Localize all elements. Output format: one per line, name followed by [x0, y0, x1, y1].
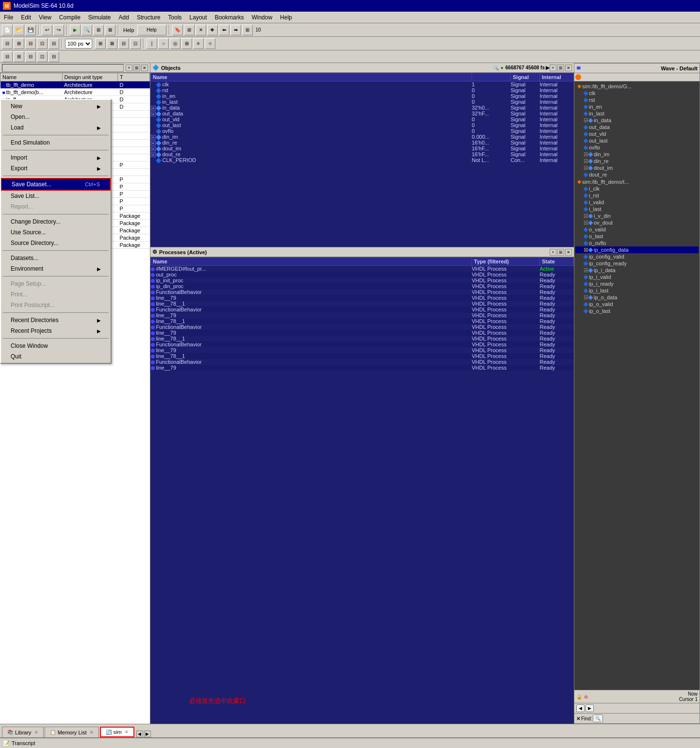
toolbar3-b3[interactable]: ⊟	[25, 51, 36, 62]
toolbar2-b2[interactable]: ⊞	[14, 38, 24, 49]
find-icon[interactable]: 🔍	[593, 715, 603, 722]
objects-row[interactable]: ovflo 0 Signal Internal	[151, 128, 574, 134]
menu-save-dataset[interactable]: Save Dataset... Ctrl+S	[1, 178, 111, 191]
menu-environment[interactable]: Environment ▶	[1, 263, 111, 274]
menu-compile[interactable]: Compile	[55, 13, 84, 22]
wave-item[interactable]: o_ovflo	[575, 240, 699, 246]
processes-row[interactable]: FunctionalBehavior VHDL Process Ready	[151, 307, 574, 312]
wave-item[interactable]: dout_re	[575, 171, 699, 178]
toolbar-open[interactable]: 📂	[14, 25, 24, 35]
wave-item[interactable]: out_data	[575, 124, 699, 130]
toolbar2-c6[interactable]: ⊹	[205, 38, 215, 49]
wave-item[interactable]: +ov_dout	[575, 219, 699, 226]
toolbar-find[interactable]: 🔍	[81, 25, 92, 35]
wave-item[interactable]: in_last	[575, 110, 699, 117]
wave-item[interactable]: rst	[575, 97, 699, 103]
wave-item[interactable]: out_last	[575, 137, 699, 144]
toolbar3-b4[interactable]: ⊡	[37, 51, 48, 62]
wave-item[interactable]: i_valid	[575, 199, 699, 206]
objects-nav-icon[interactable]: ▶	[546, 65, 550, 70]
tab-memory-list[interactable]: 📋 Memory List ✕	[45, 727, 99, 737]
menu-window[interactable]: Window	[248, 13, 277, 22]
toolbar-b8[interactable]: ➡	[230, 25, 241, 35]
wave-item[interactable]: +dout_im	[575, 164, 699, 171]
toolbar2-b4[interactable]: ⊡	[37, 38, 48, 49]
processes-row[interactable]: line__79 VHDL Process Ready	[151, 347, 574, 353]
tab-library-close[interactable]: ✕	[34, 730, 38, 735]
toolbar3-b1[interactable]: ⊟	[2, 51, 13, 62]
processes-row[interactable]: out_proc VHDL Process Ready	[151, 272, 574, 277]
tab-memory-close[interactable]: ✕	[90, 730, 94, 735]
processes-expand-btn[interactable]: ⊞	[557, 249, 564, 256]
tab-prev-btn[interactable]: ◀	[136, 731, 143, 737]
toolbar-help[interactable]: Help	[137, 25, 166, 35]
processes-row[interactable]: ip_din_proc VHDL Process Ready	[151, 283, 574, 289]
toolbar-new[interactable]: 📄	[2, 25, 13, 35]
library-row[interactable]: ■tb_fft_demo Architecture D	[0, 81, 150, 89]
processes-row[interactable]: ip_init_proc VHDL Process Ready	[151, 277, 574, 283]
wave-item[interactable]: +ip_i_data	[575, 267, 699, 274]
time-select[interactable]: 100 ps 1 ns 10 ns	[65, 39, 92, 49]
wave-item[interactable]: ◆sim:/tb_fft_demo/G...	[575, 82, 699, 90]
library-add-btn[interactable]: +	[126, 65, 132, 71]
wave-btn-3[interactable]: ⊟	[118, 38, 129, 49]
menu-recent-projects[interactable]: Recent Projects ▶	[1, 325, 111, 336]
wave-item[interactable]: i_last	[575, 206, 699, 212]
processes-row[interactable]: line__79 VHDL Process Ready	[151, 312, 574, 318]
wave-item[interactable]: +ip_config_data	[575, 246, 699, 253]
toolbar-b4[interactable]: ⊞	[184, 25, 195, 35]
wave-item[interactable]: ip_i_valid	[575, 274, 699, 280]
wave-nav-left[interactable]: ◀	[576, 704, 585, 712]
processes-row[interactable]: FunctionalBehavior VHDL Process Ready	[151, 359, 574, 365]
toolbar3-b5[interactable]: ⊟	[49, 51, 59, 62]
wave-item[interactable]: ovflo	[575, 144, 699, 151]
menu-save-list[interactable]: Save List...	[1, 191, 111, 201]
menu-structure[interactable]: Structure	[133, 13, 164, 22]
objects-row[interactable]: rst 0 Signal Internal	[151, 87, 574, 93]
objects-row[interactable]: out_vld 0 Signal Internal	[151, 116, 574, 122]
menu-end-simulation[interactable]: End Simulation	[1, 137, 111, 148]
menu-export[interactable]: Export ▶	[1, 163, 111, 174]
wave-btn-2[interactable]: ⊠	[107, 38, 117, 49]
toolbar-b5[interactable]: ✕	[195, 25, 206, 35]
menu-close-window[interactable]: Close Window	[1, 341, 111, 351]
toolbar-b9[interactable]: ⊞	[242, 25, 253, 35]
menu-recent-dirs[interactable]: Recent Directories ▶	[1, 315, 111, 325]
processes-row[interactable]: line__78__1 VHDL Process Ready	[151, 336, 574, 341]
wave-item[interactable]: clk	[575, 90, 699, 97]
library-row[interactable]: ■tb_fft_demo(b... Architecture D	[0, 89, 150, 96]
toolbar2-b1[interactable]: ⊟	[2, 38, 13, 49]
wave-item[interactable]: +in_data	[575, 117, 699, 124]
processes-row[interactable]: line__79 VHDL Process Ready	[151, 365, 574, 371]
wave-item[interactable]: ip_o_last	[575, 308, 699, 314]
objects-row[interactable]: in_last 0 Signal Internal	[151, 99, 574, 105]
menu-edit[interactable]: Edit	[17, 13, 35, 22]
menu-view[interactable]: View	[35, 13, 55, 22]
processes-row[interactable]: line__79 VHDL Process Ready	[151, 295, 574, 301]
menu-source-dir[interactable]: Source Directory...	[1, 238, 111, 248]
menu-simulate[interactable]: Simulate	[84, 13, 115, 22]
library-expand-btn[interactable]: ⊞	[133, 65, 140, 71]
objects-row[interactable]: +in_data 32'h0... Signal Internal	[151, 105, 574, 111]
toolbar2-c5[interactable]: ≡	[193, 38, 204, 49]
toolbar2-b3[interactable]: ⊟	[25, 38, 36, 49]
toolbar2-b5[interactable]: ⊟	[49, 38, 59, 49]
processes-row[interactable]: line__78__1 VHDL Process Ready	[151, 318, 574, 324]
toolbar-b1[interactable]: ⊞	[93, 25, 104, 35]
tab-next-btn[interactable]: ▶	[144, 731, 151, 737]
wave-item[interactable]: +i_v_din	[575, 212, 699, 219]
toolbar2-c1[interactable]: |	[147, 38, 157, 49]
menu-open[interactable]: Open...	[1, 112, 111, 122]
processes-add-btn[interactable]: +	[550, 249, 556, 256]
wave-item[interactable]: ip_config_valid	[575, 253, 699, 260]
toolbar-run[interactable]: ▶	[70, 25, 81, 35]
wave-item[interactable]: +ip_o_data	[575, 294, 699, 301]
objects-row[interactable]: +dout_re 16'hF... Signal Internal	[151, 151, 574, 157]
wave-item[interactable]: +din_re	[575, 158, 699, 164]
menu-add[interactable]: Add	[115, 13, 133, 22]
menu-tools[interactable]: Tools	[164, 13, 186, 22]
wave-item[interactable]: ip_o_valid	[575, 301, 699, 308]
toolbar-save[interactable]: 💾	[25, 25, 36, 35]
processes-close-btn[interactable]: ✕	[565, 249, 572, 256]
wave-item[interactable]: o_last	[575, 233, 699, 240]
